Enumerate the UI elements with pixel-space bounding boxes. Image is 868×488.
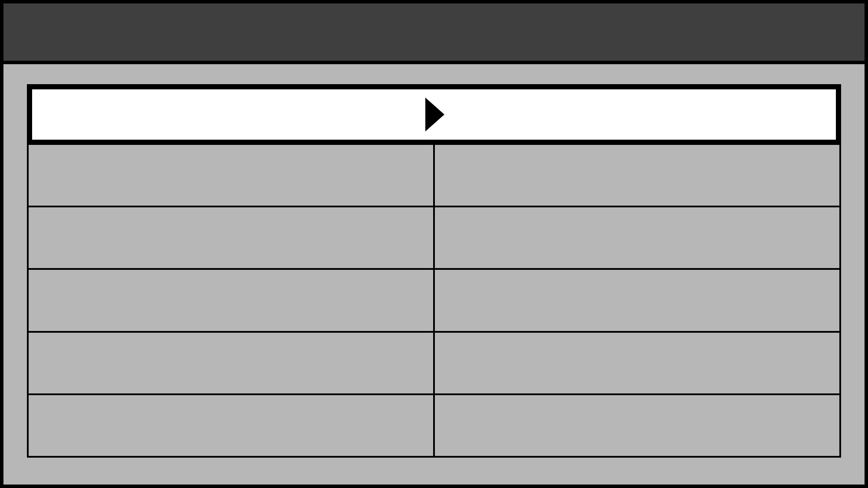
grid-cell[interactable] (29, 395, 433, 456)
content-area (3, 64, 865, 485)
play-button[interactable] (32, 89, 836, 140)
grid-cell[interactable] (29, 270, 433, 331)
grid-cell[interactable] (435, 333, 839, 393)
top-toolbar (3, 3, 865, 64)
app-frame (0, 0, 868, 488)
svg-marker-0 (425, 98, 444, 131)
grid (27, 145, 841, 458)
play-icon (422, 98, 446, 131)
play-panel (27, 84, 841, 145)
grid-cell[interactable] (435, 395, 839, 456)
grid-cell[interactable] (435, 145, 839, 206)
grid-cell[interactable] (435, 207, 839, 268)
grid-cell[interactable] (435, 270, 839, 331)
grid-cell[interactable] (29, 207, 433, 268)
grid-cell[interactable] (29, 333, 433, 393)
grid-cell[interactable] (29, 145, 433, 206)
